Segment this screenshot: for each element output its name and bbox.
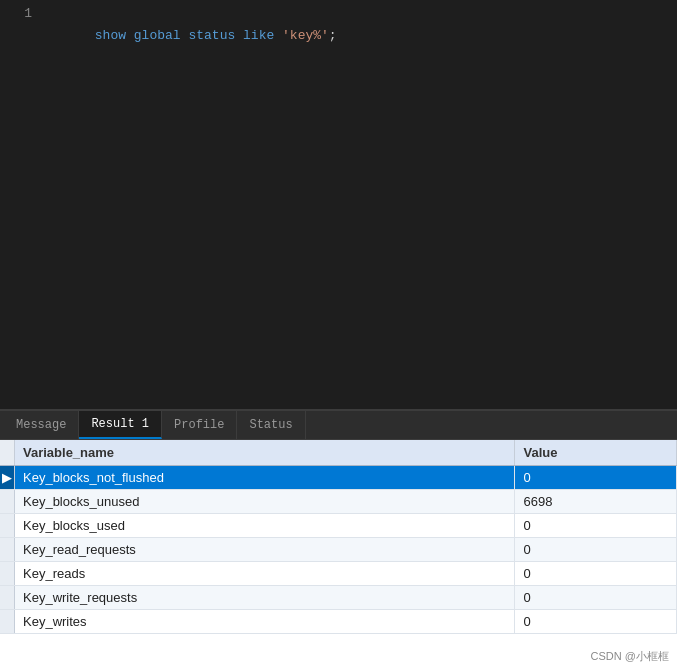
header-indicator — [0, 440, 15, 466]
cell-value: 0 — [515, 538, 677, 562]
watermark: CSDN @小框框 — [591, 649, 669, 664]
cell-variable-name: Key_write_requests — [15, 586, 515, 610]
cell-value: 0 — [515, 466, 677, 490]
table-row[interactable]: ▶Key_blocks_not_flushed0 — [0, 466, 677, 490]
line-number-1: 1 — [0, 6, 32, 21]
table-row[interactable]: Key_writes0 — [0, 610, 677, 634]
cell-value: 6698 — [515, 490, 677, 514]
tab-message-label: Message — [16, 418, 66, 432]
header-variable-name: Variable_name — [15, 440, 515, 466]
tabs-bar: Message Result 1 Profile Status — [0, 410, 677, 440]
cell-variable-name: Key_blocks_not_flushed — [15, 466, 515, 490]
cell-variable-name: Key_read_requests — [15, 538, 515, 562]
line-numbers: 1 — [0, 0, 40, 409]
tab-status[interactable]: Status — [237, 411, 305, 439]
row-indicator — [0, 610, 15, 634]
tab-message[interactable]: Message — [4, 411, 79, 439]
table-row[interactable]: Key_reads0 — [0, 562, 677, 586]
string-key: 'key%' — [282, 28, 329, 43]
row-indicator — [0, 538, 15, 562]
cell-variable-name: Key_writes — [15, 610, 515, 634]
bottom-panel: Message Result 1 Profile Status Variable… — [0, 410, 677, 668]
header-value: Value — [515, 440, 677, 466]
cell-value: 0 — [515, 562, 677, 586]
code-line-1: show global status like 'key%'; — [48, 6, 669, 65]
tab-profile[interactable]: Profile — [162, 411, 237, 439]
cell-value: 0 — [515, 514, 677, 538]
row-indicator — [0, 490, 15, 514]
semicolon: ; — [329, 28, 337, 43]
tab-result1-label: Result 1 — [91, 417, 149, 431]
row-indicator — [0, 586, 15, 610]
results-area[interactable]: Variable_name Value ▶Key_blocks_not_flus… — [0, 440, 677, 668]
table-row[interactable]: Key_blocks_used0 — [0, 514, 677, 538]
tab-status-label: Status — [249, 418, 292, 432]
results-table: Variable_name Value ▶Key_blocks_not_flus… — [0, 440, 677, 634]
cell-variable-name: Key_blocks_unused — [15, 490, 515, 514]
row-indicator — [0, 514, 15, 538]
table-row[interactable]: Key_blocks_unused6698 — [0, 490, 677, 514]
table-header-row: Variable_name Value — [0, 440, 677, 466]
cell-value: 0 — [515, 610, 677, 634]
cell-variable-name: Key_blocks_used — [15, 514, 515, 538]
tab-result1[interactable]: Result 1 — [79, 411, 162, 439]
code-content: show global status like 'key%'; — [40, 0, 677, 409]
editor-area[interactable]: 1 show global status like 'key%'; — [0, 0, 677, 410]
cell-variable-name: Key_reads — [15, 562, 515, 586]
table-row[interactable]: Key_read_requests0 — [0, 538, 677, 562]
row-indicator: ▶ — [0, 466, 15, 490]
row-indicator — [0, 562, 15, 586]
tab-profile-label: Profile — [174, 418, 224, 432]
cell-value: 0 — [515, 586, 677, 610]
table-row[interactable]: Key_write_requests0 — [0, 586, 677, 610]
results-container: Variable_name Value ▶Key_blocks_not_flus… — [0, 440, 677, 634]
keyword-show: show global status like — [95, 28, 282, 43]
